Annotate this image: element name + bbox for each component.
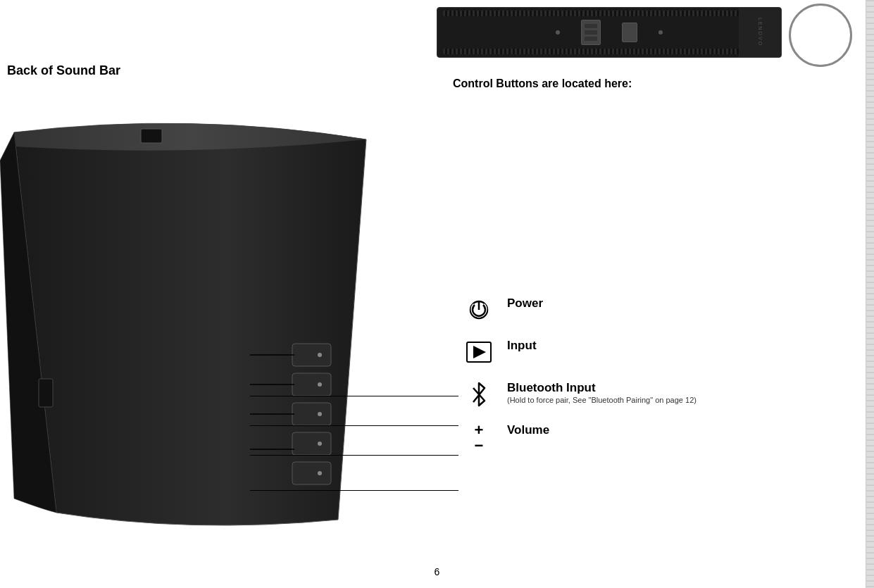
- volume-label-group: Volume: [507, 423, 549, 438]
- svg-rect-7: [292, 432, 331, 455]
- port-inner-3: [585, 37, 597, 41]
- volume-plus: +: [475, 423, 484, 438]
- dot-right: [658, 30, 663, 35]
- svg-point-10: [318, 471, 322, 475]
- svg-rect-11: [39, 379, 53, 407]
- page-number: 6: [435, 566, 440, 577]
- legend-volume: + − Volume: [465, 423, 697, 453]
- power-title: Power: [507, 296, 543, 311]
- port-inner-2: [585, 30, 597, 35]
- legend-area: Power Input Bluetooth Input (Hold to for…: [465, 296, 697, 468]
- bluetooth-icon: [465, 380, 493, 408]
- svg-point-4: [318, 382, 322, 387]
- power-icon: [465, 296, 493, 324]
- svg-rect-5: [292, 403, 331, 425]
- button-location-highlight: [789, 4, 852, 67]
- right-side-bar-pattern: [866, 0, 874, 588]
- callout-line-volume: [250, 490, 458, 491]
- input-icon: [465, 338, 493, 366]
- svg-rect-1: [292, 344, 331, 366]
- svg-point-8: [318, 442, 322, 446]
- callout-line-power: [250, 396, 458, 396]
- callout-line-bluetooth: [250, 455, 458, 456]
- back-of-soundbar-title: Back of Sound Bar: [7, 63, 120, 78]
- dot-left: [556, 30, 560, 35]
- volume-icon: + −: [465, 423, 493, 453]
- port-block-main: [581, 20, 601, 45]
- port-block-secondary: [622, 23, 637, 42]
- bluetooth-subtitle: (Hold to force pair, See "Bluetooth Pair…: [507, 396, 697, 404]
- volume-title: Volume: [507, 423, 549, 438]
- input-label-group: Input: [507, 338, 537, 354]
- legend-bluetooth: Bluetooth Input (Hold to force pair, See…: [465, 380, 697, 408]
- legend-power: Power: [465, 296, 697, 324]
- rear-panel-image: LENOVO: [437, 7, 782, 58]
- right-side-bar: [866, 0, 874, 588]
- rear-panel-end-cap: LENOVO: [739, 8, 781, 57]
- input-title: Input: [507, 338, 537, 354]
- port-cluster: [556, 20, 663, 45]
- svg-rect-0: [141, 129, 162, 143]
- port-inner-1: [585, 24, 597, 28]
- svg-point-6: [318, 412, 322, 416]
- soundbar-back-illustration: [0, 104, 408, 555]
- svg-rect-3: [292, 373, 331, 396]
- power-label-group: Power: [507, 296, 543, 311]
- control-buttons-label: Control Buttons are located here:: [453, 77, 632, 90]
- volume-minus: −: [475, 438, 484, 453]
- end-cap-label: LENOVO: [758, 18, 763, 46]
- bluetooth-label-group: Bluetooth Input (Hold to force pair, See…: [507, 380, 697, 404]
- callout-line-input: [250, 425, 458, 426]
- legend-input: Input: [465, 338, 697, 366]
- bluetooth-title: Bluetooth Input: [507, 380, 697, 396]
- soundbar-rear-view: LENOVO: [437, 7, 782, 58]
- svg-point-2: [318, 353, 322, 357]
- svg-marker-19: [473, 346, 486, 358]
- svg-rect-9: [292, 462, 331, 484]
